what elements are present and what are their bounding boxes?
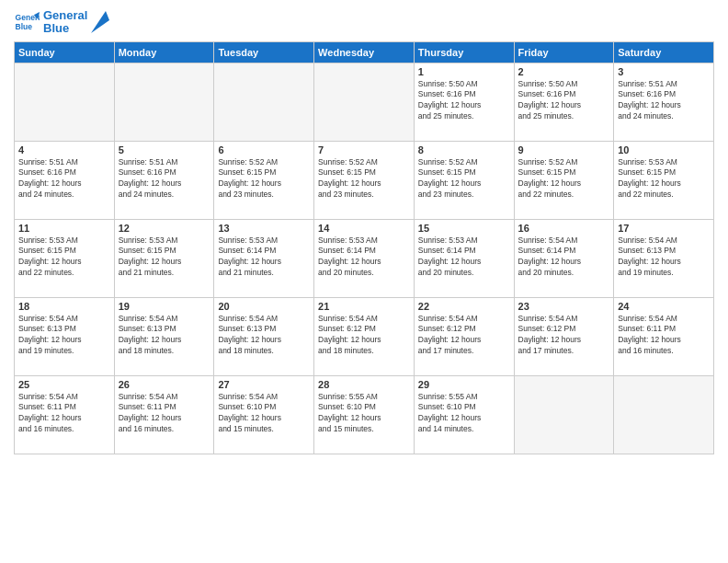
day-header-thursday: Thursday xyxy=(414,41,514,63)
calendar-cell: 11Sunrise: 5:53 AM Sunset: 6:15 PM Dayli… xyxy=(15,219,115,297)
calendar-cell: 12Sunrise: 5:53 AM Sunset: 6:15 PM Dayli… xyxy=(114,219,214,297)
day-info: Sunrise: 5:52 AM Sunset: 6:15 PM Dayligh… xyxy=(418,157,510,201)
day-info: Sunrise: 5:51 AM Sunset: 6:16 PM Dayligh… xyxy=(618,79,710,123)
calendar-cell: 24Sunrise: 5:54 AM Sunset: 6:11 PM Dayli… xyxy=(614,297,714,375)
logo-subtext: Blue xyxy=(43,22,87,35)
day-header-monday: Monday xyxy=(114,41,214,63)
calendar-cell xyxy=(114,63,214,141)
day-number: 2 xyxy=(518,66,610,77)
day-info: Sunrise: 5:53 AM Sunset: 6:15 PM Dayligh… xyxy=(18,236,110,280)
day-number: 22 xyxy=(418,301,510,312)
calendar-cell: 28Sunrise: 5:55 AM Sunset: 6:10 PM Dayli… xyxy=(314,375,415,454)
day-number: 15 xyxy=(418,223,510,234)
day-header-saturday: Saturday xyxy=(614,41,714,63)
page-container: General Blue General Blue SundayMondayTu… xyxy=(0,0,728,464)
day-number: 1 xyxy=(418,66,510,77)
day-info: Sunrise: 5:53 AM Sunset: 6:14 PM Dayligh… xyxy=(218,236,310,280)
day-info: Sunrise: 5:54 AM Sunset: 6:13 PM Dayligh… xyxy=(18,314,110,358)
day-number: 5 xyxy=(119,144,210,155)
calendar-cell xyxy=(214,63,314,141)
day-number: 21 xyxy=(318,301,410,312)
calendar-cell: 10Sunrise: 5:53 AM Sunset: 6:15 PM Dayli… xyxy=(614,141,714,219)
calendar-cell: 3Sunrise: 5:51 AM Sunset: 6:16 PM Daylig… xyxy=(614,63,714,141)
day-header-wednesday: Wednesday xyxy=(314,41,415,63)
day-info: Sunrise: 5:53 AM Sunset: 6:15 PM Dayligh… xyxy=(618,157,710,201)
day-info: Sunrise: 5:54 AM Sunset: 6:13 PM Dayligh… xyxy=(618,236,710,280)
day-number: 19 xyxy=(119,301,210,312)
calendar-cell: 21Sunrise: 5:54 AM Sunset: 6:12 PM Dayli… xyxy=(314,297,415,375)
day-number: 11 xyxy=(18,223,110,234)
day-info: Sunrise: 5:54 AM Sunset: 6:12 PM Dayligh… xyxy=(518,314,610,358)
calendar-cell: 22Sunrise: 5:54 AM Sunset: 6:12 PM Dayli… xyxy=(414,297,514,375)
day-number: 6 xyxy=(218,144,310,155)
day-info: Sunrise: 5:52 AM Sunset: 6:15 PM Dayligh… xyxy=(218,157,310,201)
calendar-cell: 25Sunrise: 5:54 AM Sunset: 6:11 PM Dayli… xyxy=(15,375,115,454)
logo-text: General xyxy=(43,9,87,22)
calendar-cell xyxy=(614,375,714,454)
day-info: Sunrise: 5:51 AM Sunset: 6:16 PM Dayligh… xyxy=(119,157,210,201)
day-header-tuesday: Tuesday xyxy=(214,41,314,63)
calendar-cell: 4Sunrise: 5:51 AM Sunset: 6:16 PM Daylig… xyxy=(15,141,115,219)
day-number: 28 xyxy=(318,379,410,390)
calendar-cell xyxy=(15,63,115,141)
day-info: Sunrise: 5:54 AM Sunset: 6:14 PM Dayligh… xyxy=(518,236,610,280)
day-info: Sunrise: 5:50 AM Sunset: 6:16 PM Dayligh… xyxy=(418,79,510,123)
calendar-cell: 27Sunrise: 5:54 AM Sunset: 6:10 PM Dayli… xyxy=(214,375,314,454)
day-info: Sunrise: 5:55 AM Sunset: 6:10 PM Dayligh… xyxy=(318,392,410,436)
day-number: 10 xyxy=(618,144,710,155)
calendar-cell: 16Sunrise: 5:54 AM Sunset: 6:14 PM Dayli… xyxy=(514,219,614,297)
calendar-cell: 2Sunrise: 5:50 AM Sunset: 6:16 PM Daylig… xyxy=(514,63,614,141)
day-info: Sunrise: 5:50 AM Sunset: 6:16 PM Dayligh… xyxy=(518,79,610,123)
calendar-cell: 13Sunrise: 5:53 AM Sunset: 6:14 PM Dayli… xyxy=(214,219,314,297)
calendar-cell xyxy=(314,63,415,141)
calendar-cell: 20Sunrise: 5:54 AM Sunset: 6:13 PM Dayli… xyxy=(214,297,314,375)
calendar-cell: 14Sunrise: 5:53 AM Sunset: 6:14 PM Dayli… xyxy=(314,219,415,297)
calendar-cell: 23Sunrise: 5:54 AM Sunset: 6:12 PM Dayli… xyxy=(514,297,614,375)
day-info: Sunrise: 5:54 AM Sunset: 6:12 PM Dayligh… xyxy=(318,314,410,358)
calendar-cell: 7Sunrise: 5:52 AM Sunset: 6:15 PM Daylig… xyxy=(314,141,415,219)
calendar-cell: 19Sunrise: 5:54 AM Sunset: 6:13 PM Dayli… xyxy=(114,297,214,375)
day-number: 25 xyxy=(18,379,110,390)
day-info: Sunrise: 5:54 AM Sunset: 6:11 PM Dayligh… xyxy=(618,314,710,358)
day-number: 3 xyxy=(618,66,710,77)
day-number: 27 xyxy=(218,379,310,390)
day-number: 18 xyxy=(18,301,110,312)
calendar-cell: 5Sunrise: 5:51 AM Sunset: 6:16 PM Daylig… xyxy=(114,141,214,219)
day-info: Sunrise: 5:52 AM Sunset: 6:15 PM Dayligh… xyxy=(518,157,610,201)
day-number: 23 xyxy=(518,301,610,312)
day-header-friday: Friday xyxy=(514,41,614,63)
logo: General Blue General Blue xyxy=(14,9,109,36)
day-info: Sunrise: 5:54 AM Sunset: 6:11 PM Dayligh… xyxy=(18,392,110,436)
day-number: 16 xyxy=(518,223,610,234)
header: General Blue General Blue xyxy=(14,9,714,36)
calendar-cell: 18Sunrise: 5:54 AM Sunset: 6:13 PM Dayli… xyxy=(15,297,115,375)
day-info: Sunrise: 5:53 AM Sunset: 6:14 PM Dayligh… xyxy=(318,236,410,280)
day-info: Sunrise: 5:54 AM Sunset: 6:13 PM Dayligh… xyxy=(218,314,310,358)
day-number: 4 xyxy=(18,144,110,155)
calendar-cell xyxy=(514,375,614,454)
day-number: 20 xyxy=(218,301,310,312)
day-number: 24 xyxy=(618,301,710,312)
day-info: Sunrise: 5:55 AM Sunset: 6:10 PM Dayligh… xyxy=(418,392,510,436)
day-number: 29 xyxy=(418,379,510,390)
calendar-cell: 26Sunrise: 5:54 AM Sunset: 6:11 PM Dayli… xyxy=(114,375,214,454)
day-number: 26 xyxy=(119,379,210,390)
day-info: Sunrise: 5:53 AM Sunset: 6:14 PM Dayligh… xyxy=(418,236,510,280)
svg-text:Blue: Blue xyxy=(16,22,33,31)
calendar-table: SundayMondayTuesdayWednesdayThursdayFrid… xyxy=(14,41,714,454)
day-number: 9 xyxy=(518,144,610,155)
day-number: 8 xyxy=(418,144,510,155)
day-number: 7 xyxy=(318,144,410,155)
calendar-cell: 29Sunrise: 5:55 AM Sunset: 6:10 PM Dayli… xyxy=(414,375,514,454)
day-info: Sunrise: 5:54 AM Sunset: 6:10 PM Dayligh… xyxy=(218,392,310,436)
day-number: 12 xyxy=(119,223,210,234)
calendar-cell: 15Sunrise: 5:53 AM Sunset: 6:14 PM Dayli… xyxy=(414,219,514,297)
svg-marker-4 xyxy=(91,11,109,33)
calendar-cell: 9Sunrise: 5:52 AM Sunset: 6:15 PM Daylig… xyxy=(514,141,614,219)
calendar-cell: 17Sunrise: 5:54 AM Sunset: 6:13 PM Dayli… xyxy=(614,219,714,297)
day-info: Sunrise: 5:54 AM Sunset: 6:11 PM Dayligh… xyxy=(119,392,210,436)
calendar-cell: 6Sunrise: 5:52 AM Sunset: 6:15 PM Daylig… xyxy=(214,141,314,219)
day-info: Sunrise: 5:52 AM Sunset: 6:15 PM Dayligh… xyxy=(318,157,410,201)
logo-wing-icon xyxy=(91,11,109,33)
logo-icon: General Blue xyxy=(14,9,40,35)
